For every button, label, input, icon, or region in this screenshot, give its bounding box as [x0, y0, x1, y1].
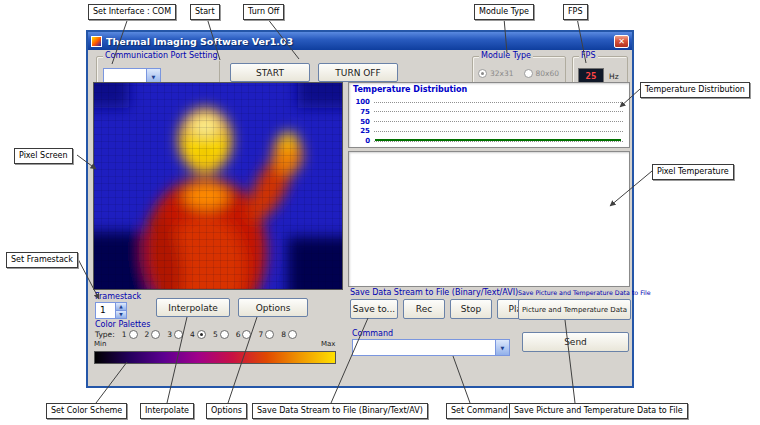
chart-title: Temperature Distribution	[353, 85, 467, 94]
pixel-screen[interactable]	[93, 82, 343, 290]
palette-type-4[interactable]: 4	[190, 330, 206, 339]
turn-off-button[interactable]: TURN OFF	[318, 63, 398, 82]
callout-save-picture: Save Picture and Temperature Data to Fil…	[509, 403, 688, 419]
title-bar[interactable]: Thermal Imaging Software Ver1.03 ✕	[88, 32, 632, 50]
chart-axis-area: 1007550250	[353, 97, 623, 143]
screenshot-canvas: Set Interface : COM Start Turn Off Modul…	[0, 0, 760, 425]
callout-save-data-stream: Save Data Stream to File (Binary/Text/AV…	[252, 403, 428, 419]
palette-type-row: Type: 12345678	[95, 330, 297, 339]
framestack-label: Framestack	[95, 292, 141, 301]
spinner-up-icon[interactable]: ▲	[116, 303, 126, 311]
palette-gradient-bar	[94, 351, 336, 364]
callout-interpolate: Interpolate	[140, 403, 194, 419]
chart-tick-100: 100	[353, 97, 623, 107]
module-type-options: 32x3180x60	[478, 69, 559, 78]
command-combobox[interactable]: ▼	[352, 339, 510, 356]
palette-type-options: 12345678	[122, 330, 297, 339]
pixel-temperature-panel	[348, 151, 630, 287]
stream-button-stop[interactable]: Stop	[450, 299, 492, 319]
radio-icon	[242, 330, 251, 339]
callout-turn-off: Turn Off	[243, 4, 284, 20]
callout-set-command: Set Command	[446, 403, 513, 419]
radio-icon	[151, 330, 160, 339]
send-button[interactable]: Send	[522, 332, 629, 352]
color-palettes-label: Color Palettes	[95, 320, 150, 329]
palette-type-5[interactable]: 5	[213, 330, 229, 339]
palette-type-7[interactable]: 7	[258, 330, 274, 339]
palette-type-number: 8	[281, 330, 286, 339]
port-setting-label: Communication Port Setting	[103, 51, 220, 61]
callout-temperature-distribution: Temperature Distribution	[640, 82, 750, 98]
chevron-down-icon[interactable]: ▼	[495, 340, 509, 355]
callout-set-interface: Set Interface : COM	[88, 4, 176, 20]
temperature-series-line	[375, 139, 621, 141]
palette-type-8[interactable]: 8	[281, 330, 297, 339]
palette-type-number: 2	[145, 330, 150, 339]
picture-and-temperature-data-button[interactable]: Picture and Temperature Data	[518, 299, 631, 320]
callout-options: Options	[206, 403, 247, 419]
stream-button-save-to[interactable]: Save to...	[350, 299, 398, 319]
module-type-radio-80x60[interactable]: 80x60	[524, 69, 560, 78]
fps-unit-label: Hz	[609, 72, 619, 81]
radio-icon	[524, 69, 533, 78]
palette-type-1[interactable]: 1	[122, 330, 138, 339]
palette-type-3[interactable]: 3	[167, 330, 183, 339]
callout-fps: FPS	[563, 4, 588, 20]
app-icon	[91, 36, 102, 47]
start-button[interactable]: START	[230, 63, 310, 82]
radio-icon	[129, 330, 138, 339]
interpolate-button[interactable]: Interpolate	[156, 298, 230, 317]
framestack-stepper[interactable]: 1 ▲ ▼	[95, 302, 127, 319]
radio-icon	[220, 330, 229, 339]
stream-button-rec[interactable]: Rec	[403, 299, 445, 319]
chart-tick-50: 50	[353, 117, 623, 127]
chart-tick-75: 75	[353, 107, 623, 117]
palette-type-number: 6	[236, 330, 241, 339]
callout-start: Start	[190, 4, 220, 20]
palette-type-number: 3	[167, 330, 172, 339]
command-value	[353, 348, 356, 357]
palette-min-label: Min	[94, 340, 106, 348]
spinner-down-icon[interactable]: ▼	[116, 311, 126, 318]
callout-set-framestack: Set Framestack	[6, 252, 78, 268]
callout-module-type: Module Type	[474, 4, 534, 20]
callout-pixel-screen: Pixel Screen	[14, 148, 73, 164]
fps-label: FPS	[579, 51, 598, 61]
callout-set-color-scheme: Set Color Scheme	[46, 403, 127, 419]
window-title: Thermal Imaging Software Ver1.03	[106, 36, 610, 47]
palette-type-2[interactable]: 2	[145, 330, 161, 339]
radio-icon	[197, 330, 206, 339]
radio-icon	[288, 330, 297, 339]
callout-pixel-temperature: Pixel Temperature	[652, 164, 734, 180]
chart-tick-0: 0	[353, 136, 623, 146]
module-type-radio-32x31[interactable]: 32x31	[478, 69, 514, 78]
radio-icon	[478, 69, 487, 78]
palette-max-label: Max	[321, 340, 335, 348]
module-type-option-label: 32x31	[490, 69, 514, 78]
options-button[interactable]: Options	[238, 298, 308, 317]
module-type-option-label: 80x60	[536, 69, 560, 78]
framestack-value: 1	[100, 305, 106, 315]
close-button[interactable]: ✕	[614, 35, 629, 48]
thermal-pixelation-overlay	[94, 83, 342, 289]
stream-buttons: Save to...RecStopPlay	[350, 299, 539, 319]
radio-icon	[174, 330, 183, 339]
save-stream-label: Save Data Stream to File (Binary/Text/AV…	[350, 288, 518, 297]
save-picture-label: Save Picture and Temperature Data to Fil…	[518, 289, 651, 296]
chart-tick-25: 25	[353, 126, 623, 136]
palette-type-number: 1	[122, 330, 127, 339]
palette-type-number: 7	[258, 330, 263, 339]
palette-type-number: 4	[190, 330, 195, 339]
palette-type-number: 5	[213, 330, 218, 339]
radio-icon	[265, 330, 274, 339]
palette-type-6[interactable]: 6	[236, 330, 252, 339]
palette-type-label: Type:	[95, 330, 115, 339]
temperature-distribution-chart: Temperature Distribution 1007550250	[348, 82, 630, 148]
command-label: Command	[352, 329, 393, 338]
module-type-label: Module Type	[479, 51, 533, 61]
app-window: Thermal Imaging Software Ver1.03 ✕ Commu…	[86, 30, 634, 388]
